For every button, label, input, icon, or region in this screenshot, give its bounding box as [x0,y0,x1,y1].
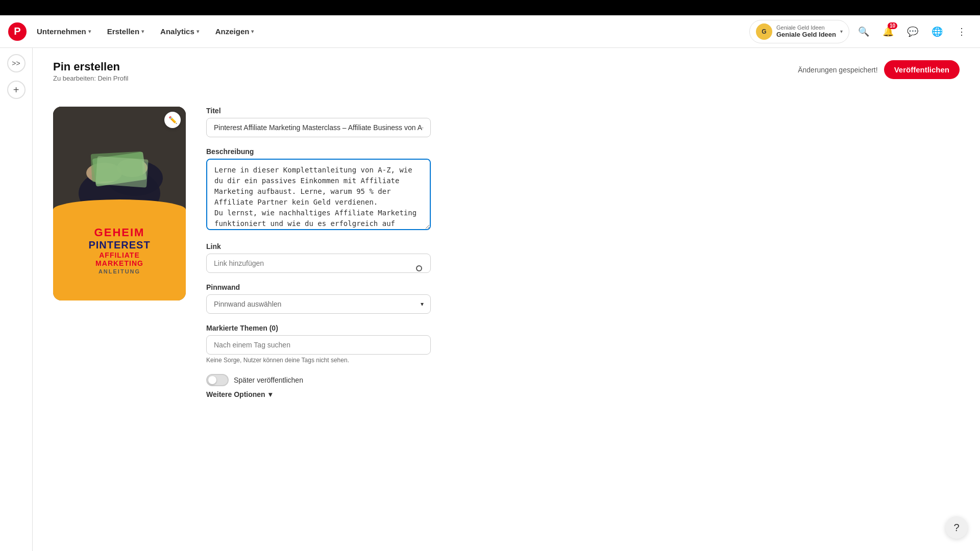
pinnwand-group: Pinnwand Pinnwand auswählen ▾ [206,283,431,314]
app-body: >> + Pin erstellen Zu bearbeiten: Dein P… [0,48,980,551]
chevron-down-icon: ▾ [251,29,254,34]
expand-icon: >> [12,59,20,67]
pinnwand-select[interactable]: Pinnwand auswählen [206,294,431,314]
message-icon: 💬 [907,26,918,37]
page-header: Pin erstellen Zu bearbeiten: Dein Profil [53,60,128,82]
tags-label: Markierte Themen (0) [206,324,431,332]
chevron-down-icon: ▾ [268,390,272,398]
more-options-label: Weitere Optionen [206,390,265,398]
page-subtitle: Zu bearbeiten: Dein Profil [53,74,128,82]
more-options-button[interactable]: Weitere Optionen ▾ [206,390,431,398]
messages-button[interactable]: 💬 [902,21,923,42]
tags-input[interactable] [206,335,431,355]
activity-icon: 🌐 [932,26,943,37]
nav-right: G Geniale Geld Ideen Geniale Geld Ideen … [749,20,972,43]
pin-marketing-text: MARKETING [95,259,143,267]
more-button[interactable]: ⋮ [951,21,972,42]
schedule-toggle[interactable] [206,374,229,386]
sidebar: >> + [0,48,33,551]
pin-image-container: GEHEIM PINTEREST AFFILIATE MARKETING ANL… [53,107,186,300]
pin-anleitung-text: ANLEITUNG [99,268,140,274]
sidebar-add-button[interactable]: + [7,81,26,99]
notification-badge: 10 [888,22,897,29]
search-button[interactable]: 🔍 [853,21,874,42]
link-group: Link [206,242,431,273]
nav-item-erstellen[interactable]: Erstellen ▾ [101,23,150,40]
description-textarea[interactable] [206,159,431,230]
more-icon: ⋮ [957,26,966,37]
page-header-row: Pin erstellen Zu bearbeiten: Dein Profil… [53,60,960,94]
nav-label-erstellen: Erstellen [107,27,139,36]
pinnwand-select-wrapper: Pinnwand auswählen ▾ [206,294,431,314]
pinnwand-label: Pinnwand [206,283,431,291]
main-content: Pin erstellen Zu bearbeiten: Dein Profil… [33,48,980,551]
pin-image: GEHEIM PINTEREST AFFILIATE MARKETING ANL… [53,107,186,300]
nav-label-unternehmen: Unternehmen [37,27,86,36]
title-group: Titel [206,107,431,137]
help-button[interactable]: ? [945,516,968,539]
add-icon: + [13,84,19,96]
search-icon: 🔍 [858,26,869,37]
sidebar-expand-button[interactable]: >> [7,54,26,72]
chevron-down-icon: ▾ [88,29,91,34]
navbar: P Unternehmen ▾ Erstellen ▾ Analytics ▾ … [0,15,980,48]
edit-image-button[interactable]: ✏️ [164,112,181,128]
pin-form: Titel Beschreibung Link Pinnwand [206,107,431,398]
svg-rect-7 [95,156,149,188]
pin-editor: GEHEIM PINTEREST AFFILIATE MARKETING ANL… [53,107,960,398]
schedule-label: Später veröffentlichen [234,376,303,384]
nav-label-analytics: Analytics [160,27,194,36]
pin-pinterest-text: PINTEREST [88,239,150,251]
nav-item-analytics[interactable]: Analytics ▾ [154,23,205,40]
activity-button[interactable]: 🌐 [927,21,947,42]
avatar: G [756,23,772,40]
link-label: Link [206,242,431,251]
chevron-down-icon: ▾ [840,29,843,34]
pin-affiliate-text: AFFILIATE [99,251,140,259]
pin-geheim-text: GEHEIM [94,226,145,239]
tags-hint: Keine Sorge, Nutzer können deine Tags ni… [206,357,431,364]
pinterest-logo[interactable]: P [8,22,27,41]
pin-image-overlay: GEHEIM PINTEREST AFFILIATE MARKETING ANL… [53,199,186,300]
top-bar [0,0,980,15]
nav-label-anzeigen: Anzeigen [215,27,250,36]
account-name-block: Geniale Geld Ideen Geniale Geld Ideen [776,24,836,38]
nav-item-anzeigen[interactable]: Anzeigen ▾ [209,23,260,40]
link-input[interactable] [206,254,431,273]
title-input[interactable] [206,118,431,137]
notifications-button[interactable]: 🔔 10 [878,21,898,42]
page-title: Pin erstellen [53,60,128,73]
toggle-knob [208,376,216,384]
pencil-icon: ✏️ [168,116,177,124]
account-name-top: Geniale Geld Ideen [776,24,836,31]
account-name-main: Geniale Geld Ideen [776,31,836,38]
header-actions: Änderungen gespeichert! Veröffentlichen [798,60,960,79]
description-label: Beschreibung [206,147,431,156]
title-label: Titel [206,107,431,115]
chevron-down-icon: ▾ [141,29,144,34]
tags-group: Markierte Themen (0) Keine Sorge, Nutzer… [206,324,431,364]
saved-text: Änderungen gespeichert! [798,66,877,74]
publish-button[interactable]: Veröffentlichen [884,60,960,79]
nav-item-unternehmen[interactable]: Unternehmen ▾ [31,23,97,40]
account-button[interactable]: G Geniale Geld Ideen Geniale Geld Ideen … [749,20,849,43]
chevron-down-icon: ▾ [197,29,199,34]
question-mark-icon: ? [953,522,959,534]
description-group: Beschreibung [206,147,431,232]
schedule-row: Später veröffentlichen [206,374,431,386]
